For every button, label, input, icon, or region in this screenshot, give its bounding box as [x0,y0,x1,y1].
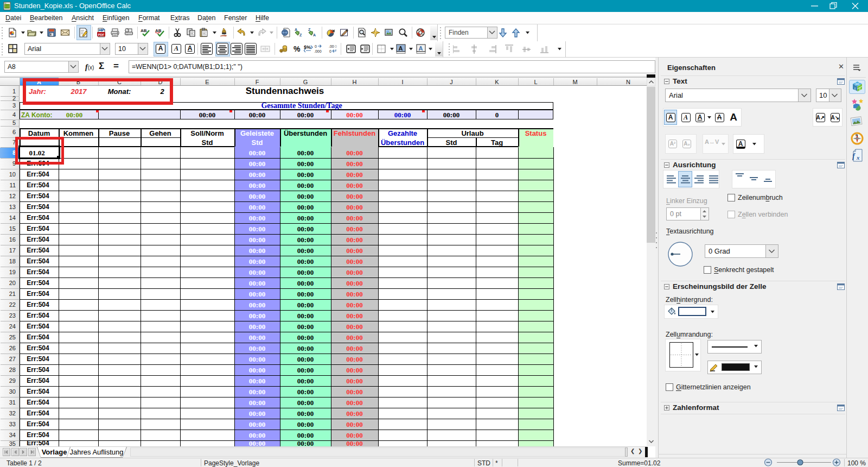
svg-text:x: x [856,154,860,161]
svg-text:$: $ [280,49,282,53]
svg-text:AB: AB [141,28,147,33]
svg-text:.000: .000 [314,49,322,53]
svg-text:0: 0 [335,45,337,48]
svg-text:PDF: PDF [98,33,105,36]
svg-text:.00: .00 [329,45,334,48]
svg-text:A: A [313,33,316,37]
svg-text:N: N [856,134,858,137]
svg-text:0: 0 [315,45,317,48]
svg-text:A: A [399,45,403,52]
svg-text:A: A [419,45,423,52]
svg-text:0: 0 [329,49,331,53]
svg-text:Z: Z [299,33,302,37]
svg-text:%: % [293,45,301,53]
